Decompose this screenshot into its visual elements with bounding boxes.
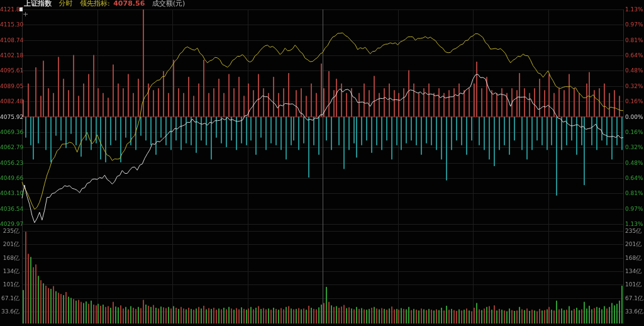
percent-axis-label: 0.97% [625,206,644,212]
price-axis-label: 4082.48 [0,99,19,104]
volume-axis-label: 235亿 [625,228,644,234]
percent-axis-label: 0.81% [625,191,644,196]
percent-axis-label: 0.64% [625,53,644,59]
price-axis-label: 4036.54 [0,206,19,212]
percent-axis-label: 0.00% [625,115,644,120]
price-axis-label: 4062.79 [0,145,19,150]
volume-axis-label: 134亿 [625,269,644,274]
chart-canvas[interactable] [0,0,644,326]
percent-axis-label: 0.97% [625,22,644,28]
price-axis-label: 4108.74 [0,38,19,43]
percent-axis-label: 0.48% [625,160,644,166]
price-axis-label: 4056.23 [0,160,19,166]
price-axis-label: 4075.92 [0,115,19,120]
price-axis-label: 4029.97 [0,222,19,227]
volume-axis-label: 134亿 [0,269,19,274]
percent-axis-label: 1.13% [625,222,644,227]
price-axis-label: 4121.87 [0,7,19,13]
volume-axis-label: 67.1亿 [0,296,19,301]
volume-axis-label: 201亿 [625,242,644,247]
percent-axis-label: 0.16% [625,130,644,135]
turnover-unit-label: 成交额(元) [152,0,186,8]
intraday-chart-window: 上证指数 分时 领先指标: 4078.56 成交额(元) + 4121.8741… [0,0,644,326]
price-axis-label: 4069.36 [0,130,19,135]
crosshair-icon: + [23,10,28,18]
price-axis-label: 4089.05 [0,84,19,89]
volume-axis-label: 101亿 [0,282,19,288]
leading-indicator-value: 4078.56 [113,0,145,8]
price-axis-label: 4043.10 [0,191,19,196]
volume-axis-label: 33.6亿 [0,309,19,315]
percent-axis-label: 0.48% [625,68,644,74]
tab-minute-chart[interactable]: 分时 [59,0,73,8]
volume-axis-label: 201亿 [0,242,19,247]
percent-axis-label: 0.32% [625,84,644,89]
percent-axis-label: 1.13% [625,7,644,13]
symbol-name: 上证指数 [24,0,52,8]
percent-axis-label: 0.81% [625,38,644,43]
percent-axis-label: 0.32% [625,145,644,150]
price-axis-label: 4095.61 [0,68,19,74]
percent-axis-label: 0.16% [625,99,644,104]
percent-axis-label: 0.64% [625,176,644,181]
price-axis-label: 4102.18 [0,53,19,59]
volume-axis-label: 168亿 [625,256,644,261]
volume-axis-label: 33.6亿 [625,309,644,315]
leading-indicator-label: 领先指标: [80,0,110,8]
volume-axis-label: 67.1亿 [625,296,644,301]
chart-header: 上证指数 分时 领先指标: 4078.56 成交额(元) [24,0,190,8]
price-axis-label: 4049.66 [0,176,19,181]
volume-axis-label: 168亿 [0,256,19,261]
volume-axis-label: 101亿 [625,282,644,288]
price-axis-label: 4115.30 [0,22,19,28]
volume-axis-label: 235亿 [0,228,19,234]
